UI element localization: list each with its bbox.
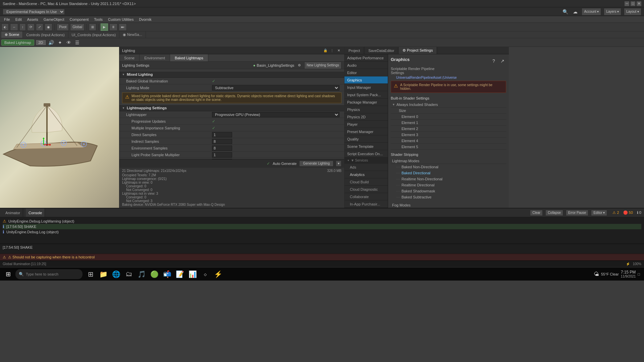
nav-physics[interactable]: Physics [344, 106, 388, 113]
light-probe-multiplier-input[interactable] [212, 152, 232, 158]
taskbar-search-area[interactable]: 🔍 Type here to search [15, 269, 83, 279]
scriptable-rp-value-row[interactable]: UniversalRenderPipelineAsset (Universe [391, 76, 506, 79]
shader-baked-non-directional[interactable]: Baked Non-Directional [391, 164, 506, 170]
nav-ads[interactable]: Ads [344, 164, 388, 171]
taskbar-file-explorer[interactable]: 📁 [97, 268, 109, 280]
packages-dropdown[interactable]: Experimental Packages In Use [3, 9, 65, 15]
settings-help-btn[interactable]: ? [490, 57, 497, 65]
nav-player[interactable]: Player [344, 121, 388, 128]
tab-animator[interactable]: Animator [3, 208, 23, 217]
log-area[interactable]: ⚠ UnityEngine.Debug.LogWarning (object) … [0, 217, 644, 244]
new-lighting-settings-btn[interactable]: New Lighting Settings [304, 62, 341, 69]
account-dropdown[interactable]: Account ▾ [582, 8, 601, 15]
generate-lighting-btn[interactable]: Generate Lighting [299, 161, 333, 167]
shader-baked-subtractive[interactable]: Baked Subtractive [391, 194, 506, 200]
taskbar-files[interactable]: 🗂 [123, 268, 135, 280]
lighting-close-btn[interactable]: ✕ [336, 48, 341, 53]
layout-dropdown[interactable]: Layout ▾ [624, 8, 641, 15]
nav-input-system[interactable]: Input System Pack... [344, 91, 388, 99]
maximize-button[interactable]: □ [631, 1, 635, 6]
tool-rotate[interactable]: ↕ [19, 23, 26, 31]
tab-environment[interactable]: Environment [140, 54, 170, 61]
view-2d-btn[interactable]: 2D [36, 40, 46, 46]
light-probe-multiplier-value[interactable] [212, 152, 341, 158]
layers-dropdown[interactable]: Layers ▾ [604, 8, 621, 15]
taskbar-excel[interactable]: 📊 [186, 268, 199, 280]
nav-editor[interactable]: Editor [344, 69, 388, 76]
direct-samples-input[interactable] [212, 132, 232, 137]
indirect-samples-input[interactable] [212, 139, 232, 144]
settings-external-btn[interactable]: ↗ [499, 57, 506, 65]
indirect-samples-value[interactable] [212, 139, 341, 144]
tab-project-settings[interactable]: ⚙ Project Settings [398, 47, 437, 54]
gizmos-btn[interactable]: ☰ [74, 39, 81, 46]
taskbar-mail[interactable]: 📬 [161, 268, 173, 280]
audio-btn[interactable]: 🔊 [48, 39, 55, 46]
nav-in-app[interactable]: In-App Purchasir... [344, 200, 388, 208]
direct-samples-value[interactable] [212, 132, 341, 137]
tab-project[interactable]: Project [344, 47, 364, 54]
tab-baked-lightmaps[interactable]: Baked Lightmaps [170, 54, 208, 61]
lightmapper-value[interactable]: Progressive GPU (Preview) [212, 112, 341, 117]
nav-adaptive-performance[interactable]: Adaptive Performance [344, 54, 388, 62]
clear-btn[interactable]: Clear [530, 210, 543, 216]
shader-realtime-directional[interactable]: Realtime Directional [391, 182, 506, 188]
nav-cloud-diagnostic[interactable]: Cloud Diagnostic [344, 186, 388, 193]
pivot-btn[interactable]: Pivot [57, 23, 69, 31]
taskbar-unity[interactable]: ⬦ [199, 268, 211, 280]
lightmapper-dropdown[interactable]: Progressive GPU (Preview) [212, 112, 339, 117]
log-entry-3[interactable]: ℹ UnityEngine.Debug.Log (object) [3, 229, 641, 235]
nav-package-manager[interactable]: Package Manager [344, 99, 388, 106]
tab-save-data-editor[interactable]: SaveDataEditor [364, 47, 398, 54]
taskbar-vs[interactable]: ⚡ [212, 268, 224, 280]
tab-controls[interactable]: Controls (Input Actions) [23, 32, 68, 38]
menu-gameobject[interactable]: GameObject [41, 16, 67, 22]
env-samples-value[interactable] [212, 145, 341, 151]
nav-quality[interactable]: Quality [344, 135, 388, 143]
tool-hand[interactable]: ⬖ [1, 23, 9, 31]
step-btn[interactable]: ⏭ [119, 23, 127, 31]
tab-scene-lighting[interactable]: Scene [119, 54, 140, 61]
tool-transform[interactable]: ◉ [45, 23, 52, 31]
menu-assets[interactable]: Assets [24, 16, 41, 22]
taskbar-browser[interactable]: 🌐 [110, 268, 122, 280]
minimize-button[interactable]: ─ [625, 1, 629, 6]
lighting-menu-btn[interactable]: ⋮ [329, 48, 335, 53]
nav-scene-template[interactable]: Scene Template [344, 143, 388, 150]
section-mixed-lighting[interactable]: Mixed Lighting [119, 71, 344, 78]
effects-btn[interactable]: ✦ [56, 39, 64, 46]
generate-dropdown-btn[interactable]: ▾ [336, 161, 341, 167]
nav-audio[interactable]: Audio [344, 62, 388, 69]
taskbar-spotify[interactable]: 🟢 [148, 268, 160, 280]
search-icon-btn[interactable]: 🔍 [561, 8, 569, 15]
tab-ui-controls[interactable]: UI_Controls (Input Actions) [68, 32, 119, 38]
lighting-mode-dropdown[interactable]: Subtractive [212, 85, 339, 90]
settings-gear-icon[interactable]: ⚙ [296, 62, 303, 69]
nav-input-manager[interactable]: Input Manager [344, 84, 388, 91]
env-samples-input[interactable] [212, 145, 232, 151]
collab-icon-btn[interactable]: ☁ [572, 8, 579, 15]
tool-move[interactable]: ↔ [10, 23, 18, 31]
shader-baked-shadowmask[interactable]: Baked Shadowmask [391, 188, 506, 194]
section-lightmapping[interactable]: Lightmapping Settings [119, 105, 344, 111]
log-entry-1[interactable]: ⚠ UnityEngine.Debug.LogWarning (object) [3, 219, 641, 224]
menu-component[interactable]: Component [67, 16, 91, 22]
menu-custom-utilities[interactable]: Custom Utilities [105, 16, 136, 22]
nav-preset-manager[interactable]: Preset Manager [344, 128, 388, 135]
tray-show-desktop[interactable]: □ [638, 272, 640, 276]
taskbar-settings[interactable]: 🎵 [136, 268, 148, 280]
lighting-content[interactable]: Mixed Lighting Baked Global Illumination… [119, 69, 344, 159]
global-btn[interactable]: Global [70, 23, 85, 31]
taskbar-task-view[interactable]: ⊞ [85, 268, 97, 280]
menu-tools[interactable]: Tools [91, 16, 105, 22]
tab-scene[interactable]: ⊕ Scene [1, 32, 23, 38]
tray-icon-1[interactable]: 🌤 [594, 271, 599, 277]
play-btn[interactable]: ▶ [101, 23, 108, 31]
shader-baked-directional[interactable]: Baked Directional [391, 170, 506, 176]
nav-analytics[interactable]: Analytics [344, 171, 388, 178]
menu-edit[interactable]: Edit [13, 16, 24, 22]
editor-btn[interactable]: Editor ▾ [591, 210, 607, 216]
nav-graphics[interactable]: Graphics [344, 76, 388, 84]
error-pause-btn[interactable]: Error Pause [566, 210, 588, 216]
nav-collaborate[interactable]: Collaborate [344, 193, 388, 200]
